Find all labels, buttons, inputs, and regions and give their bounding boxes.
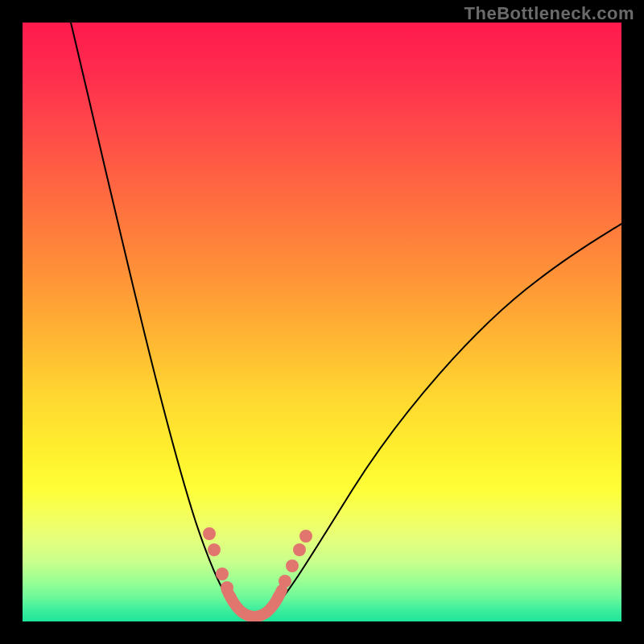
marker-dot	[216, 568, 229, 580]
marker-dot	[221, 581, 233, 594]
marker-dot	[299, 530, 312, 543]
marker-dot	[286, 559, 299, 572]
curve-layer	[23, 23, 621, 621]
marker-dot	[203, 527, 216, 540]
marker-dot	[208, 543, 221, 556]
marker-dot	[279, 575, 291, 588]
watermark-text: TheBottleneck.com	[464, 3, 634, 24]
marker-dot	[293, 543, 306, 556]
right-curve	[272, 224, 621, 610]
valley-highlight-inner	[232, 596, 277, 615]
bottleneck-chart	[23, 23, 621, 621]
left-curve	[71, 23, 237, 610]
